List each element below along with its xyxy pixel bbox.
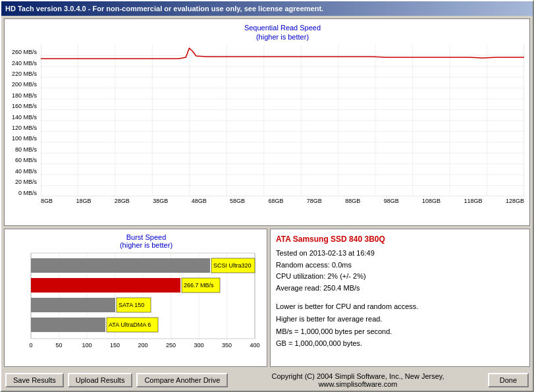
sequential-read-chart: Sequential Read Speed (higher is better)…	[4, 18, 530, 226]
x-axis: 8GB 18GB 28GB 38GB 48GB 58GB 68GB 78GB 8…	[41, 198, 524, 204]
burst-speed-chart: Burst Speed (higher is better)	[4, 229, 267, 367]
svg-text:150: 150	[110, 342, 120, 349]
svg-rect-48	[31, 318, 105, 332]
svg-text:350: 350	[222, 342, 232, 349]
svg-text:200: 200	[138, 342, 147, 349]
info-panel: ATA Samsung SSD 840 3B0Q Tested on 2013-…	[270, 229, 530, 367]
info-details: Tested on 2013-02-13 at 16:49 Random acc…	[276, 248, 524, 294]
seq-chart-title: Sequential Read Speed (higher is better)	[41, 23, 524, 42]
svg-text:SATA 150: SATA 150	[119, 302, 144, 308]
svg-text:266.7 MB/s: 266.7 MB/s	[184, 282, 214, 289]
svg-text:100: 100	[82, 342, 92, 349]
svg-rect-39	[31, 258, 210, 273]
seq-chart-area: 0 MB/s 20 MB/s 40 MB/s 60 MB/s 80 MB/s 1…	[41, 45, 524, 234]
burst-chart-title: Burst Speed (higher is better)	[31, 233, 261, 249]
copyright-text: Copyright (C) 2004 Simpli Software, Inc.…	[232, 372, 483, 388]
svg-text:50: 50	[55, 342, 62, 349]
main-window: HD Tach version 3.0.4.0 - For non-commer…	[0, 0, 534, 392]
info-notes: Lower is better for CPU and random acces…	[276, 300, 524, 350]
svg-text:250: 250	[166, 342, 176, 349]
svg-text:SCSI Ultra320: SCSI Ultra320	[213, 262, 252, 269]
svg-text:300: 300	[194, 342, 203, 349]
svg-rect-45	[31, 298, 115, 312]
drive-title: ATA Samsung SSD 840 3B0Q	[276, 235, 524, 244]
window-title: HD Tach version 3.0.4.0 - For non-commer…	[5, 5, 323, 13]
svg-text:400: 400	[250, 342, 259, 349]
seq-chart-svg	[41, 45, 524, 196]
svg-text:0: 0	[29, 342, 32, 349]
save-results-button[interactable]: Save Results	[5, 373, 64, 387]
title-bar: HD Tach version 3.0.4.0 - For non-commer…	[1, 1, 533, 16]
footer: Save Results Upload Results Compare Anot…	[1, 370, 533, 391]
done-button[interactable]: Done	[488, 373, 529, 387]
compare-drive-button[interactable]: Compare Another Drive	[136, 373, 228, 387]
y-axis: 0 MB/s 20 MB/s 40 MB/s 60 MB/s 80 MB/s 1…	[7, 45, 40, 196]
bottom-section: Burst Speed (higher is better)	[4, 229, 530, 367]
seq-grid: 0 MB/s 20 MB/s 40 MB/s 60 MB/s 80 MB/s 1…	[41, 45, 524, 196]
main-content: Sequential Read Speed (higher is better)…	[1, 16, 533, 370]
burst-chart-svg: SCSI Ultra320 266.7 MB/s SATA 150 ATA Ul…	[31, 253, 255, 349]
upload-results-button[interactable]: Upload Results	[68, 373, 133, 387]
svg-text:ATA UltraDMA 6: ATA UltraDMA 6	[109, 322, 151, 328]
svg-rect-42	[31, 278, 180, 293]
